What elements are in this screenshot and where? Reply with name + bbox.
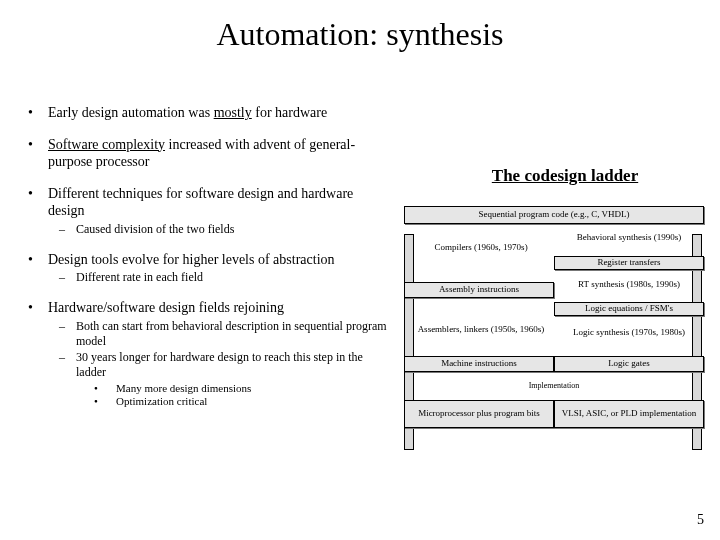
ladder-right-rung-2: Logic equations / FSM's xyxy=(554,302,704,316)
dash-icon: – xyxy=(48,270,76,285)
bullet-list: •Early design automation was mostly for … xyxy=(28,104,388,423)
bullet-text: Early design automation was mostly for h… xyxy=(48,104,388,122)
dash-icon: – xyxy=(48,319,76,349)
ladder-mid-label: Implementation xyxy=(524,376,584,396)
dash-icon: – xyxy=(48,350,76,410)
bullet-dot-icon: • xyxy=(28,185,48,237)
ladder-right-rung-1: Register transfers xyxy=(554,256,704,270)
ladder-gap-left-3: Assemblers, linkers (1950s, 1960s) xyxy=(416,312,546,348)
subsub-bullet-text: Optimization critical xyxy=(116,395,207,409)
sub-bullet-item: –Different rate in each field xyxy=(48,270,388,285)
subsub-bullet-item: •Optimization critical xyxy=(76,395,388,409)
sub-bullet-item: –Caused division of the two fields xyxy=(48,222,388,237)
bullet-dot-icon: • xyxy=(28,299,48,409)
bullet-item: •Hardware/software design fields rejoini… xyxy=(28,299,388,409)
bullet-text: Hardware/software design fields rejoinin… xyxy=(48,299,388,409)
bullet-text: Design tools evolve for higher levels of… xyxy=(48,251,388,286)
ladder-left-rung-2: Machine instructions xyxy=(404,356,554,372)
ladder-right-rung-bottom: VLSI, ASIC, or PLD implementation xyxy=(554,400,704,428)
sub-bullet-item: –30 years longer for hardware design to … xyxy=(48,350,388,410)
page-number: 5 xyxy=(697,512,704,528)
bullet-text: Different techniques for software design… xyxy=(48,185,388,237)
sub-bullet-text: 30 years longer for hardware design to r… xyxy=(76,350,388,410)
ladder-rung-top: Sequential program code (e.g., C, VHDL) xyxy=(404,206,704,224)
ladder-gap-left-1: Compilers (1960s, 1970s) xyxy=(416,228,546,268)
slide-title: Automation: synthesis xyxy=(0,16,720,53)
ladder-gap-right-1: Behavioral synthesis (1990s) xyxy=(564,224,694,252)
sub-bullet-text: Both can start from behavioral descripti… xyxy=(76,319,388,349)
dash-icon: – xyxy=(48,222,76,237)
sub-bullet-text: Different rate in each field xyxy=(76,270,388,285)
sub-bullet-text: Caused division of the two fields xyxy=(76,222,388,237)
ladder-left-rung-bottom: Microprocessor plus program bits xyxy=(404,400,554,428)
bullet-text: Software complexity increased with adven… xyxy=(48,136,388,171)
bullet-dot-icon: • xyxy=(76,382,116,396)
codesign-ladder-title: The codesign ladder xyxy=(440,166,690,186)
ladder-left-rung-1: Assembly instructions xyxy=(404,282,554,298)
ladder-gap-right-2: RT synthesis (1980s, 1990s) xyxy=(564,272,694,298)
bullet-item: •Software complexity increased with adve… xyxy=(28,136,388,171)
subsub-bullet-item: •Many more design dimensions xyxy=(76,382,388,396)
bullet-dot-icon: • xyxy=(76,395,116,409)
bullet-dot-icon: • xyxy=(28,104,48,122)
subsub-bullet-text: Many more design dimensions xyxy=(116,382,251,396)
bullet-dot-icon: • xyxy=(28,136,48,171)
slide: Automation: synthesis •Early design auto… xyxy=(0,0,720,540)
bullet-item: •Design tools evolve for higher levels o… xyxy=(28,251,388,286)
bullet-dot-icon: • xyxy=(28,251,48,286)
ladder-right-rung-3: Logic gates xyxy=(554,356,704,372)
bullet-item: •Different techniques for software desig… xyxy=(28,185,388,237)
bullet-item: •Early design automation was mostly for … xyxy=(28,104,388,122)
sub-bullet-item: –Both can start from behavioral descript… xyxy=(48,319,388,349)
codesign-ladder: Sequential program code (e.g., C, VHDL) … xyxy=(404,206,704,452)
ladder-gap-right-3: Logic synthesis (1970s, 1980s) xyxy=(564,318,694,348)
